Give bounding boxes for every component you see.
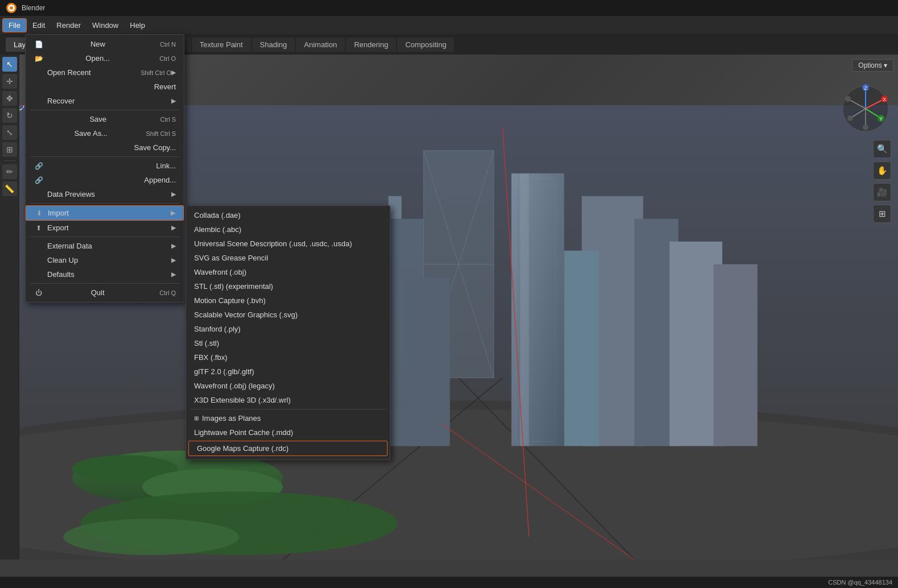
menu-item-render[interactable]: Render — [51, 19, 86, 32]
import-scalable-svg[interactable]: Scalable Vector Graphics (.svg) — [186, 308, 390, 322]
file-open-label: Open... — [85, 54, 110, 63]
file-save-copy-label: Save Copy... — [134, 143, 176, 152]
google-maps-label: Google Maps Capture (.rdc) — [197, 444, 289, 453]
file-link[interactable]: 🔗 Link... — [26, 159, 184, 173]
svg-point-2 — [10, 6, 13, 10]
import-wavefront-legacy[interactable]: Wavefront (.obj) (legacy) — [186, 379, 390, 393]
tab-animation[interactable]: Animation — [296, 38, 345, 52]
tab-shading[interactable]: Shading — [252, 38, 295, 52]
annotate-btn[interactable]: ✏ — [2, 164, 17, 179]
import-stl2[interactable]: Stl (.stl) — [186, 336, 390, 350]
file-open-recent-label: Open Recent — [47, 68, 91, 77]
svg-point-50 — [863, 125, 868, 130]
import-x3d[interactable]: X3D Extensible 3D (.x3d/.wrl) — [186, 393, 390, 407]
viewport-navigation: 🔍 ✋ 🎥 ⊞ — [873, 140, 891, 223]
file-data-previews-label: Data Previews — [47, 190, 95, 198]
import-usd[interactable]: Universal Scene Description (.usd, .usdc… — [186, 237, 390, 251]
file-external-data[interactable]: External Data ▶ — [26, 239, 184, 253]
file-defaults[interactable]: Defaults ▶ — [26, 267, 184, 281]
tab-rendering[interactable]: Rendering — [346, 38, 396, 52]
file-clean-up[interactable]: Clean Up ▶ — [26, 253, 184, 267]
lightwave-label: Lightwave Point Cache (.mdd) — [194, 428, 293, 437]
file-revert[interactable]: Revert — [26, 80, 184, 94]
move-btn[interactable]: ✥ — [2, 91, 17, 106]
images-planes-icon: ⊞ — [194, 415, 199, 421]
grid-btn[interactable]: ⊞ — [873, 205, 891, 223]
blender-logo — [6, 2, 17, 14]
menu-item-file[interactable]: File — [2, 18, 27, 32]
file-open[interactable]: 📂 Open... Ctrl O — [26, 51, 184, 65]
measure-btn[interactable]: 📏 — [2, 181, 17, 196]
import-collada[interactable]: Collada (.dae) — [186, 208, 390, 222]
import-wavefront[interactable]: Wavefront (.obj) — [186, 265, 390, 279]
sep2 — [30, 156, 179, 157]
import-alembic[interactable]: Alembic (.abc) — [186, 222, 390, 237]
stl-label: STL (.stl) (experimental) — [194, 282, 273, 291]
title-bar: Blender — [0, 0, 898, 16]
file-recover[interactable]: Recover ▶ — [26, 94, 184, 108]
menu-item-help[interactable]: Help — [124, 19, 151, 32]
import-submenu: Collada (.dae) Alembic (.abc) Universal … — [186, 205, 390, 460]
svg-text:Z: Z — [864, 85, 867, 91]
file-import[interactable]: ⬇ Import ▶ — [26, 205, 184, 221]
scale-btn[interactable]: ⤡ — [2, 125, 17, 140]
cursor-btn[interactable]: ✛ — [2, 74, 17, 89]
recover-arrow: ▶ — [171, 97, 176, 105]
file-external-data-label: External Data — [47, 242, 92, 250]
pan-btn[interactable]: ✋ — [873, 162, 891, 180]
import-sep — [191, 409, 385, 409]
tab-compositing[interactable]: Compositing — [397, 38, 454, 52]
import-stanford[interactable]: Stanford (.ply) — [186, 322, 390, 336]
wavefront-label: Wavefront (.obj) — [194, 268, 246, 276]
stl2-label: Stl (.stl) — [194, 339, 219, 347]
export-icon: ⬆ — [34, 224, 44, 232]
select-tool-btn[interactable]: ↖ — [2, 57, 17, 72]
stanford-label: Stanford (.ply) — [194, 325, 241, 333]
menu-item-window[interactable]: Window — [86, 19, 124, 32]
menu-item-edit[interactable]: Edit — [27, 19, 51, 32]
menu-bar: File Edit Render Window Help — [0, 16, 898, 34]
file-append[interactable]: 🔗 Append... — [26, 173, 184, 187]
sep3 — [30, 203, 179, 204]
options-button[interactable]: Options ▾ — [852, 59, 893, 72]
left-sidebar: ↖ ✛ ✥ ↻ ⤡ ⊞ ✏ 📏 — [0, 55, 19, 560]
zoom-in-btn[interactable]: 🔍 — [873, 140, 891, 158]
file-import-label: Import — [48, 209, 69, 217]
file-save[interactable]: Save Ctrl S — [26, 112, 184, 126]
data-previews-arrow: ▶ — [171, 191, 176, 198]
save-as-shortcut: Shift Ctrl S — [146, 130, 176, 137]
clean-up-arrow: ▶ — [171, 256, 176, 264]
import-stl[interactable]: STL (.stl) (experimental) — [186, 279, 390, 293]
file-quit[interactable]: ⏻ Quit Ctrl Q — [26, 285, 184, 300]
import-motion-capture[interactable]: Motion Capture (.bvh) — [186, 293, 390, 308]
file-open-recent[interactable]: Open Recent Shift Ctrl O ▶ — [26, 65, 184, 80]
rotate-btn[interactable]: ↻ — [2, 108, 17, 123]
usd-label: Universal Scene Description (.usd, .usdc… — [194, 239, 352, 248]
tab-texture-paint[interactable]: Texture Paint — [192, 38, 251, 52]
alembic-label: Alembic (.abc) — [194, 225, 241, 234]
file-new-label: New — [90, 40, 105, 48]
append-icon: 🔗 — [34, 176, 44, 184]
file-export[interactable]: ⬆ Export ▶ — [26, 221, 184, 235]
file-data-previews[interactable]: Data Previews ▶ — [26, 187, 184, 201]
file-recover-label: Recover — [47, 97, 75, 105]
import-lightwave[interactable]: Lightwave Point Cache (.mdd) — [186, 425, 390, 440]
file-save-copy[interactable]: Save Copy... — [26, 140, 184, 155]
import-images-planes[interactable]: ⊞ Images as Planes — [186, 411, 390, 425]
file-new[interactable]: 📄 New Ctrl N — [26, 37, 184, 51]
import-svg-grease[interactable]: SVG as Grease Pencil — [186, 251, 390, 265]
x3d-label: X3D Extensible 3D (.x3d/.wrl) — [194, 396, 291, 404]
import-google-maps[interactable]: Google Maps Capture (.rdc) — [188, 441, 388, 456]
import-gltf[interactable]: glTF 2.0 (.glb/.gltf) — [186, 365, 390, 379]
transform-btn[interactable]: ⊞ — [2, 142, 17, 157]
import-fbx[interactable]: FBX (.fbx) — [186, 350, 390, 365]
camera-btn[interactable]: 🎥 — [873, 183, 891, 201]
svg-text:Y: Y — [879, 116, 883, 122]
status-bar: CSDN @qq_43448134 — [0, 577, 898, 588]
sep5 — [30, 283, 179, 284]
file-quit-label: Quit — [91, 288, 105, 297]
link-icon: 🔗 — [34, 162, 44, 170]
file-save-as[interactable]: Save As... Shift Ctrl S — [26, 126, 184, 140]
quit-icon: ⏻ — [34, 289, 44, 297]
svg-point-54 — [847, 115, 853, 121]
